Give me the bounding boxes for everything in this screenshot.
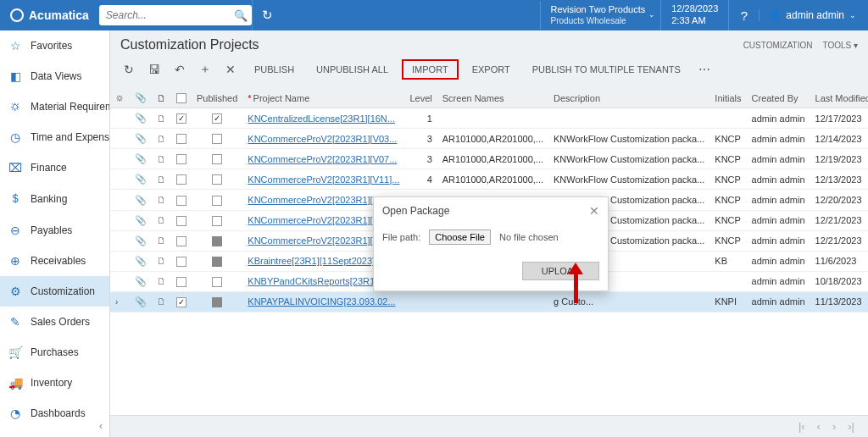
note-icon[interactable]: 🗋 bbox=[157, 235, 166, 246]
row-checkbox[interactable] bbox=[176, 134, 186, 144]
pager-last-icon[interactable]: ›| bbox=[848, 420, 854, 433]
row-checkbox[interactable] bbox=[176, 257, 186, 267]
upload-button[interactable]: UPLOAD bbox=[522, 262, 599, 280]
search-icon[interactable]: 🔍 bbox=[234, 9, 248, 22]
row-checkbox[interactable] bbox=[176, 154, 186, 164]
sidebar-item-time-and-expenses[interactable]: ◷Time and Expenses bbox=[0, 122, 109, 152]
collapse-sidebar-icon[interactable]: ‹ bbox=[99, 420, 103, 432]
refresh-icon[interactable]: ↻ bbox=[252, 0, 282, 30]
attach-icon[interactable]: 📎 bbox=[135, 174, 147, 184]
brand-logo[interactable]: Acumatica bbox=[0, 8, 99, 22]
close-icon[interactable]: ✕ bbox=[589, 204, 599, 218]
sidebar-item-finance[interactable]: ⌧Finance bbox=[0, 152, 109, 183]
row-checkbox[interactable] bbox=[176, 236, 186, 246]
col-screens[interactable]: Screen Names bbox=[437, 88, 548, 108]
row-checkbox[interactable] bbox=[176, 216, 186, 226]
note-icon[interactable]: 🗋 bbox=[157, 174, 166, 185]
pager-next-icon[interactable]: › bbox=[832, 420, 836, 433]
note-icon[interactable]: 🗋 bbox=[157, 256, 166, 266]
search-input[interactable] bbox=[106, 9, 234, 21]
project-link[interactable]: KNCentralizedLicense[23R1][16N... bbox=[248, 113, 395, 124]
sidebar-item-banking[interactable]: ＄Banking bbox=[0, 183, 109, 215]
col-modified[interactable]: Last Modified On bbox=[810, 88, 868, 108]
attach-icon[interactable]: 📎 bbox=[135, 113, 147, 123]
note-icon[interactable]: 🗋 bbox=[157, 154, 166, 164]
sidebar-item-purchases[interactable]: 🛒Purchases bbox=[0, 337, 109, 368]
row-checkbox[interactable] bbox=[176, 113, 186, 124]
business-date[interactable]: 12/28/2023 2:33 AM bbox=[660, 0, 728, 30]
table-row[interactable]: 📎🗋KNCommerceProV2[2023R1][V03...3AR10100… bbox=[110, 129, 868, 149]
row-checkbox[interactable] bbox=[176, 174, 186, 185]
table-row[interactable]: 📎🗋KNCommerceProV2[2023R1][V07...3AR10100… bbox=[110, 149, 868, 169]
pager-prev-icon[interactable]: ‹ bbox=[817, 420, 821, 433]
published-checkbox[interactable] bbox=[212, 257, 222, 267]
sidebar-item-data-views[interactable]: ◧Data Views bbox=[0, 61, 109, 91]
help-icon[interactable]: ? bbox=[728, 0, 759, 30]
sidebar-item-sales-orders[interactable]: ✎Sales Orders bbox=[0, 307, 109, 337]
note-icon[interactable]: 🗋 bbox=[157, 195, 166, 205]
tenant-selector[interactable]: Revision Two Products Products Wholesale… bbox=[540, 1, 661, 30]
table-row[interactable]: 📎🗋KNCommerceProV2[2023R1][V11]...4AR1010… bbox=[110, 169, 868, 190]
note-icon[interactable]: 🗋 bbox=[157, 134, 166, 144]
col-level[interactable]: Level bbox=[404, 88, 437, 108]
sidebar-item-favorites[interactable]: ☆Favorites bbox=[0, 30, 109, 61]
sidebar-item-payables[interactable]: ⊖Payables bbox=[0, 215, 109, 246]
unpublish-all-button[interactable]: UNPUBLISH ALL bbox=[308, 61, 397, 78]
delete-button[interactable]: ✕ bbox=[220, 59, 241, 80]
published-checkbox[interactable] bbox=[212, 297, 222, 307]
published-checkbox[interactable] bbox=[212, 277, 222, 287]
export-button[interactable]: EXPORT bbox=[464, 61, 519, 78]
project-link[interactable]: KNCommerceProV2[2023R1][V03... bbox=[248, 134, 397, 144]
sidebar-item-receivables[interactable]: ⊕Receivables bbox=[0, 246, 109, 276]
sidebar-item-inventory[interactable]: 🚚Inventory bbox=[0, 368, 109, 398]
note-icon[interactable]: 🗋 bbox=[157, 113, 166, 124]
pager-first-icon[interactable]: |‹ bbox=[798, 420, 805, 433]
row-checkbox[interactable] bbox=[176, 297, 186, 307]
project-link[interactable]: KNCommerceProV2[2023R1][V11]... bbox=[248, 174, 399, 185]
table-row[interactable]: ›📎🗋KNPAYPALINVOICING[23.093.02...g Custo… bbox=[110, 291, 868, 312]
col-description[interactable]: Description bbox=[548, 88, 709, 108]
sidebar-item-dashboards[interactable]: ◔Dashboards bbox=[0, 398, 109, 429]
published-checkbox[interactable] bbox=[212, 216, 222, 226]
published-checkbox[interactable] bbox=[212, 196, 222, 206]
import-button[interactable]: IMPORT bbox=[402, 59, 459, 80]
col-published[interactable]: Published bbox=[192, 88, 242, 108]
project-link[interactable]: KNCommerceProV2[2023R1][V07... bbox=[248, 154, 397, 164]
save-button[interactable]: 🖫 bbox=[144, 59, 164, 80]
tools-menu[interactable]: TOOLS ▾ bbox=[823, 41, 859, 50]
published-checkbox[interactable] bbox=[212, 154, 222, 164]
note-icon[interactable]: 🗋 bbox=[157, 276, 166, 286]
published-checkbox[interactable] bbox=[212, 174, 222, 185]
customization-link[interactable]: CUSTOMIZATION bbox=[743, 41, 813, 50]
refresh-button[interactable]: ↻ bbox=[119, 59, 139, 80]
undo-button[interactable]: ↶ bbox=[170, 59, 190, 80]
publish-multiple-button[interactable]: PUBLISH TO MULTIPLE TENANTS bbox=[524, 61, 689, 78]
attach-icon[interactable]: 📎 bbox=[135, 195, 147, 205]
publish-button[interactable]: PUBLISH bbox=[246, 61, 303, 78]
attach-icon[interactable]: 📎 bbox=[135, 133, 147, 143]
row-checkbox[interactable] bbox=[176, 277, 186, 287]
attach-icon[interactable]: 📎 bbox=[135, 276, 147, 286]
note-icon[interactable]: 🗋 bbox=[157, 296, 166, 307]
published-checkbox[interactable] bbox=[212, 236, 222, 246]
col-created-by[interactable]: Created By bbox=[747, 88, 810, 108]
sidebar-item-customization[interactable]: ⚙Customization bbox=[0, 276, 109, 307]
attach-icon[interactable]: 📎 bbox=[135, 153, 147, 163]
choose-file-button[interactable]: Choose File bbox=[429, 230, 491, 245]
project-link[interactable]: KNPAYPALINVOICING[23.093.02... bbox=[248, 296, 395, 307]
search-box[interactable]: 🔍 bbox=[99, 5, 252, 25]
attach-icon[interactable]: 📎 bbox=[135, 235, 147, 246]
published-checkbox[interactable] bbox=[212, 134, 222, 144]
attach-icon[interactable]: 📎 bbox=[135, 296, 147, 307]
add-button[interactable]: ＋ bbox=[195, 59, 215, 80]
published-checkbox[interactable] bbox=[212, 113, 222, 124]
user-menu[interactable]: 👤 admin admin ⌄ bbox=[759, 9, 868, 21]
row-checkbox[interactable] bbox=[176, 196, 186, 206]
col-project-name[interactable]: *Project Name bbox=[242, 88, 404, 108]
sidebar-item-material-requirem-[interactable]: ⛭Material Requirem... bbox=[0, 91, 109, 122]
attach-icon[interactable]: 📎 bbox=[135, 215, 147, 225]
attach-icon[interactable]: 📎 bbox=[135, 256, 147, 266]
note-icon[interactable]: 🗋 bbox=[157, 215, 166, 225]
col-initials[interactable]: Initials bbox=[709, 88, 746, 108]
more-actions-icon[interactable]: ⋯ bbox=[694, 59, 715, 80]
